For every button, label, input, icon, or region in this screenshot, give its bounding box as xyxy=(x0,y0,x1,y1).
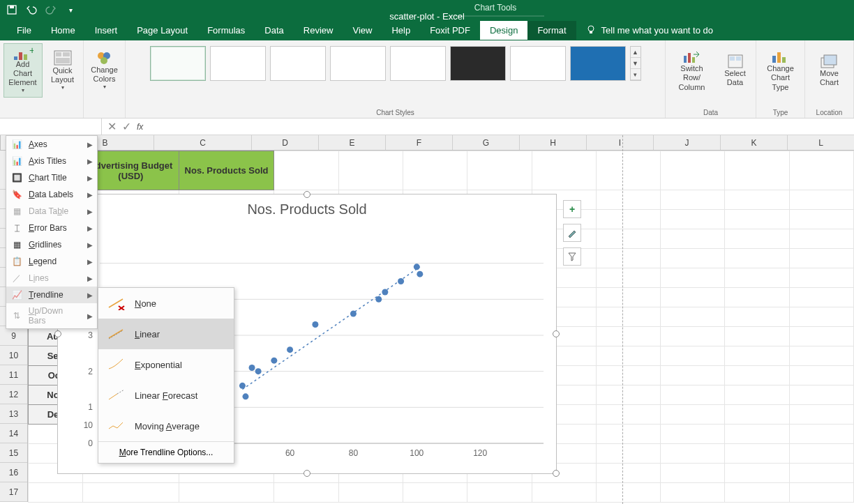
cell-I4[interactable] xyxy=(596,229,660,249)
cell-K8[interactable] xyxy=(725,307,789,327)
cell-K10[interactable] xyxy=(725,346,789,366)
trendline-none[interactable]: None xyxy=(98,288,234,319)
col-header-H[interactable]: H xyxy=(520,135,587,150)
save-icon[interactable] xyxy=(6,3,18,16)
menu-trendline[interactable]: 📈Trendline▶ xyxy=(6,287,97,303)
cell-E1[interactable] xyxy=(338,151,403,190)
cell-I2[interactable] xyxy=(596,190,660,210)
trendline-exponential[interactable]: Exponential xyxy=(98,349,234,380)
trendline-moving-average[interactable]: Moving Average xyxy=(98,411,234,441)
cell-L14[interactable] xyxy=(789,425,853,444)
cell-J6[interactable] xyxy=(661,268,725,288)
cell-F1[interactable] xyxy=(403,151,467,190)
chart-style-1[interactable] xyxy=(150,46,206,81)
cell-K2[interactable] xyxy=(725,190,789,210)
menu-view[interactable]: View xyxy=(343,21,382,40)
cell-K17[interactable] xyxy=(725,483,789,503)
row-header-16[interactable]: 16 xyxy=(0,463,27,482)
menu-help[interactable]: Help xyxy=(382,21,420,40)
cell-F17[interactable] xyxy=(403,483,467,503)
row-header-14[interactable]: 14 xyxy=(0,424,27,443)
switch-row-column-button[interactable]: Switch Row/ Column xyxy=(669,43,715,98)
cell-I11[interactable] xyxy=(596,366,660,385)
menu-home[interactable]: Home xyxy=(41,21,85,40)
cell-L2[interactable] xyxy=(789,190,853,210)
cell-K13[interactable] xyxy=(725,405,789,425)
change-colors-button[interactable]: Change Colors ▾ xyxy=(87,43,122,98)
row-header-11[interactable]: 11 xyxy=(0,365,27,385)
col-header-L[interactable]: L xyxy=(788,135,854,150)
row-header-15[interactable]: 15 xyxy=(0,443,27,463)
cell-K5[interactable] xyxy=(725,249,789,268)
cell-G17[interactable] xyxy=(467,483,532,503)
cell-K4[interactable] xyxy=(725,229,789,249)
cell-I14[interactable] xyxy=(596,425,660,444)
col-header-I[interactable]: I xyxy=(587,135,654,150)
cell-E17[interactable] xyxy=(338,483,403,503)
cell-L16[interactable] xyxy=(789,464,853,483)
cell-L10[interactable] xyxy=(789,346,853,366)
col-header-J[interactable]: J xyxy=(654,135,721,150)
cell-D17[interactable] xyxy=(274,483,338,503)
cell-J14[interactable] xyxy=(661,425,725,444)
tell-me[interactable]: Tell me what you want to do xyxy=(576,24,723,36)
chart-style-6[interactable] xyxy=(450,46,506,81)
qat-more-icon[interactable]: ▾ xyxy=(64,3,77,16)
menu-gridlines[interactable]: ▦Gridlines▶ xyxy=(6,236,97,253)
col-header-G[interactable]: G xyxy=(453,135,520,150)
cell-L13[interactable] xyxy=(789,405,853,425)
cell-L6[interactable] xyxy=(789,268,853,288)
chart-filter-button[interactable] xyxy=(563,247,581,266)
cell-K6[interactable] xyxy=(725,268,789,288)
menu-format[interactable]: Format xyxy=(527,21,576,40)
menu-file[interactable]: File xyxy=(7,21,41,40)
chart-handle-s[interactable] xyxy=(304,470,310,477)
cell-L9[interactable] xyxy=(789,327,853,346)
cell-B17[interactable] xyxy=(83,483,179,503)
cell-I1[interactable] xyxy=(596,151,660,190)
chart-style-5[interactable] xyxy=(390,46,446,81)
cell-J10[interactable] xyxy=(661,346,725,366)
menu-axis-titles[interactable]: 📊Axis Titles▶ xyxy=(6,153,97,169)
cell-J15[interactable] xyxy=(661,444,725,464)
cell-A17[interactable] xyxy=(29,483,83,503)
cell-J8[interactable] xyxy=(661,307,725,327)
cell-K14[interactable] xyxy=(725,425,789,444)
cell-L5[interactable] xyxy=(789,249,853,268)
chart-style-2[interactable] xyxy=(210,46,266,81)
row-header-13[interactable]: 13 xyxy=(0,404,27,424)
row-header-10[interactable]: 10 xyxy=(0,346,27,365)
cell-K1[interactable] xyxy=(725,151,789,190)
cell-J2[interactable] xyxy=(661,190,725,210)
menu-error-bars[interactable]: ⌶Error Bars▶ xyxy=(6,220,97,236)
cell-G1[interactable] xyxy=(467,151,532,190)
cell-J11[interactable] xyxy=(661,366,725,385)
chart-title[interactable]: Nos. Products Sold xyxy=(58,194,556,220)
menu-page-layout[interactable]: Page Layout xyxy=(127,21,197,40)
cell-J17[interactable] xyxy=(661,483,725,503)
cell-K3[interactable] xyxy=(725,210,789,229)
enter-icon[interactable]: ✓ xyxy=(122,120,131,133)
cell-K9[interactable] xyxy=(725,327,789,346)
cell-I6[interactable] xyxy=(596,268,660,288)
chart-handle-w[interactable] xyxy=(54,330,61,337)
cell-L1[interactable] xyxy=(789,151,853,190)
cell-K15[interactable] xyxy=(725,444,789,464)
cell-K11[interactable] xyxy=(725,366,789,385)
cell-L4[interactable] xyxy=(789,229,853,249)
cell-L15[interactable] xyxy=(789,444,853,464)
cell-L7[interactable] xyxy=(789,288,853,307)
cell-L17[interactable] xyxy=(789,483,853,503)
cell-I10[interactable] xyxy=(596,346,660,366)
cell-J1[interactable] xyxy=(661,151,725,190)
cell-I9[interactable] xyxy=(596,327,660,346)
menu-design[interactable]: Design xyxy=(480,21,527,40)
row-header-9[interactable]: 9 xyxy=(0,326,27,346)
chart-style-8[interactable] xyxy=(570,46,626,81)
trendline-linear-forecast[interactable]: Linear Forecast xyxy=(98,380,234,411)
menu-data[interactable]: Data xyxy=(255,21,293,40)
cell-D1[interactable] xyxy=(274,151,338,190)
menu-insert[interactable]: Insert xyxy=(85,21,128,40)
menu-chart-title[interactable]: 🔲Chart Title▶ xyxy=(6,169,97,186)
cell-L8[interactable] xyxy=(789,307,853,327)
